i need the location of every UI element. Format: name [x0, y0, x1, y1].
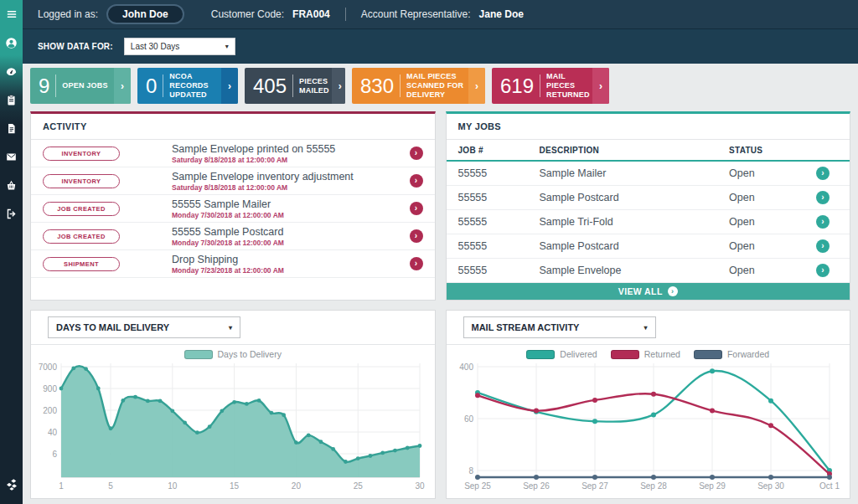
sidebar-item-user[interactable]	[0, 28, 23, 57]
arrow-right-circle-icon[interactable]: ›	[410, 174, 423, 188]
mail-stream-select[interactable]: MAIL STREAM ACTIVITY ▾	[463, 316, 656, 338]
job-number-cell: 55555	[458, 265, 540, 276]
activity-item[interactable]: INVENTORY Sample Envelope inventory adju…	[31, 167, 435, 195]
activity-type-badge: JOB CREATED	[43, 229, 120, 244]
chevron-down-icon: ▾	[225, 43, 229, 50]
svg-text:200: 200	[43, 406, 57, 415]
chevron-right-icon: ›	[114, 68, 131, 104]
svg-text:25: 25	[353, 481, 363, 491]
account-rep-label: Account Representative:	[361, 8, 471, 20]
job-number-cell: 55555	[458, 192, 540, 203]
stat-card-mail-pieces-scanned[interactable]: 830 MAIL PIECES SCANNED FOR DELIVERY ›	[352, 68, 485, 104]
days-to-delivery-select[interactable]: DAYS TO MAIL DELIVERY ▾	[48, 316, 240, 338]
stat-card-label: PIECES MAILED	[293, 77, 332, 95]
job-row[interactable]: 55555 Sample Mailer Open ›	[447, 162, 850, 186]
sidebar-item-logout[interactable]	[0, 199, 23, 228]
arrow-right-circle-icon[interactable]: ›	[816, 191, 830, 204]
activity-title: Sample Envelope printed on 55555	[172, 143, 410, 155]
svg-text:Sep 27: Sep 27	[581, 481, 608, 491]
logged-in-label: Logged in as:	[38, 8, 98, 20]
activity-list: INVENTORY Sample Envelope printed on 555…	[31, 140, 435, 278]
arrow-right-circle-icon[interactable]: ›	[410, 257, 423, 270]
sidebar	[0, 0, 23, 504]
activity-panel-title: ACTIVITY	[31, 114, 435, 140]
activity-item[interactable]: SHIPMENT Drop Shipping Monday 7/23/2018 …	[31, 250, 435, 278]
job-row[interactable]: 55555 Sample Tri-Fold Open ›	[447, 210, 850, 234]
sidebar-item-document[interactable]	[0, 114, 23, 142]
arrow-right-circle-icon[interactable]: ›	[816, 167, 830, 180]
svg-text:5: 5	[108, 481, 113, 491]
legend-label: Returned	[644, 349, 680, 359]
legend-item: Returned	[611, 349, 680, 359]
arrow-right-circle-icon[interactable]: ›	[816, 264, 830, 277]
basket-icon	[5, 179, 18, 192]
customer-code-value: FRA004	[292, 8, 330, 20]
svg-text:15: 15	[230, 481, 240, 491]
svg-text:30: 30	[415, 481, 425, 491]
legend-swatch-icon	[694, 350, 722, 359]
arrow-right-circle-icon[interactable]: ›	[816, 215, 830, 229]
stat-card-ncoa-records-updated[interactable]: 0 NCOA RECORDS UPDATED ›	[137, 68, 238, 104]
sidebar-item-dashboard[interactable]	[0, 57, 23, 85]
sidebar-item-basket[interactable]	[0, 171, 23, 199]
activity-panel: ACTIVITY INVENTORY Sample Envelope print…	[30, 111, 436, 301]
stat-card-label: NCOA RECORDS UPDATED	[163, 72, 221, 99]
arrow-right-circle-icon[interactable]: ›	[410, 202, 423, 215]
job-row[interactable]: 55555 Sample Postcard Open ›	[447, 186, 850, 210]
days-to-delivery-legend: Days to Delivery	[31, 345, 435, 360]
stat-card-open-jobs[interactable]: 9 OPEN JOBS ›	[30, 68, 131, 104]
view-all-button[interactable]: VIEW ALL ›	[447, 283, 850, 300]
legend-label: Forwarded	[727, 349, 769, 359]
svg-text:8: 8	[469, 466, 474, 476]
current-user-button[interactable]: John Doe	[106, 4, 184, 24]
jobs-col-job-number: JOB #	[458, 146, 540, 155]
document-icon	[5, 122, 18, 135]
job-status-cell: Open	[729, 265, 816, 276]
stat-card-pieces-mailed[interactable]: 405 PIECES MAILED ›	[245, 68, 345, 104]
arrow-right-circle-icon[interactable]: ›	[410, 229, 423, 243]
legend-item: Delivered	[526, 349, 597, 359]
activity-item[interactable]: JOB CREATED 55555 Sample Mailer Monday 7…	[31, 195, 435, 223]
legend-swatch-icon	[611, 350, 639, 359]
envelope-icon	[5, 151, 18, 163]
sidebar-item-clipboard[interactable]	[0, 85, 23, 114]
stat-card-value: 619	[492, 75, 540, 98]
show-data-for-label: SHOW DATA FOR:	[38, 42, 113, 51]
top-header-bar: Logged in as: John Doe Customer Code: FR…	[23, 0, 858, 28]
job-status-cell: Open	[729, 216, 816, 228]
activity-title: 55555 Sample Postcard	[172, 226, 410, 238]
stat-card-value: 9	[30, 75, 55, 98]
svg-text:7000: 7000	[39, 363, 58, 372]
customer-code-label: Customer Code:	[211, 8, 284, 20]
logout-icon	[5, 208, 18, 220]
chevron-right-icon: ›	[468, 68, 485, 104]
job-row[interactable]: 55555 Sample Envelope Open ›	[447, 259, 850, 283]
chevron-right-icon: ›	[592, 68, 609, 104]
legend-label: Days to Delivery	[218, 349, 282, 359]
clipboard-icon	[5, 94, 18, 106]
arrow-right-circle-icon[interactable]: ›	[816, 239, 830, 253]
mail-stream-chart: 400608Sep 25Sep 26Sep 27Sep 28Sep 29Sep …	[451, 360, 845, 492]
legend-swatch-icon	[526, 350, 555, 359]
content-area: 9 OPEN JOBS › 0 NCOA RECORDS UPDATED › 4…	[23, 64, 858, 504]
days-to-delivery-select-value: DAYS TO MAIL DELIVERY	[56, 322, 169, 332]
activity-item[interactable]: JOB CREATED 55555 Sample Postcard Monday…	[31, 223, 435, 250]
dashboard-app: Logged in as: John Doe Customer Code: FR…	[0, 0, 858, 504]
date-range-select[interactable]: Last 30 Days ▾	[124, 38, 235, 55]
activity-date: Saturday 8/18/2018 at 12:00:00 AM	[172, 156, 410, 164]
account-rep-value: Jane Doe	[479, 8, 524, 20]
activity-type-badge: INVENTORY	[43, 147, 120, 161]
chevron-down-icon: ▾	[229, 324, 232, 332]
svg-text:Sep 28: Sep 28	[640, 481, 667, 491]
my-jobs-panel-title: MY JOBS	[447, 114, 850, 140]
stat-card-value: 830	[352, 75, 400, 98]
svg-text:Sep 26: Sep 26	[523, 481, 550, 491]
arrow-right-circle-icon[interactable]: ›	[410, 147, 423, 160]
view-all-label: VIEW ALL	[618, 286, 663, 296]
hamburger-menu-button[interactable]	[0, 0, 23, 28]
activity-item[interactable]: INVENTORY Sample Envelope printed on 555…	[31, 140, 435, 167]
sidebar-item-envelope[interactable]	[0, 142, 23, 171]
stat-card-mail-pieces-returned[interactable]: 619 MAIL PIECES RETURNED ›	[492, 68, 609, 104]
chevron-right-icon: ›	[221, 68, 238, 104]
job-row[interactable]: 55555 Sample Postcard Open ›	[447, 234, 850, 259]
